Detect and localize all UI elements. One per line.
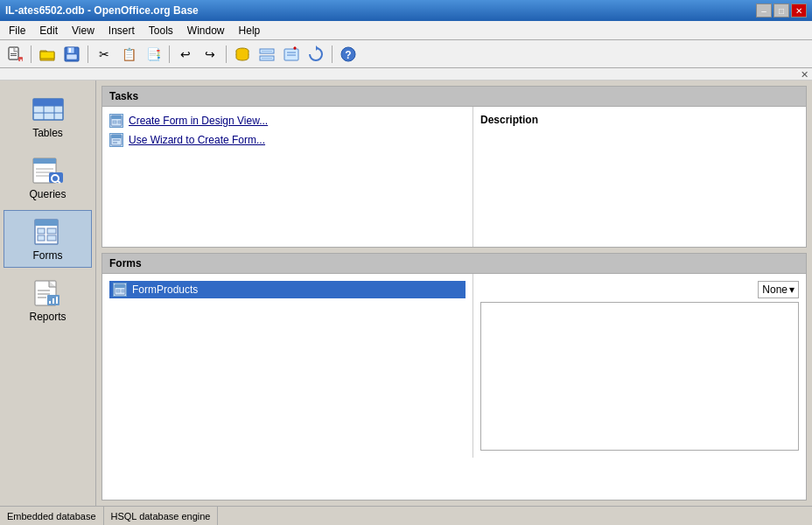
status-bar: Embedded database HSQL database engine (0, 506, 812, 525)
preview-dropdown[interactable]: None ▾ (758, 281, 799, 298)
preview-box (480, 302, 799, 451)
open-db-button[interactable] (231, 44, 254, 65)
tasks-header: Tasks (102, 87, 806, 107)
app-close-line[interactable]: ✕ (0, 68, 812, 80)
form-item-icon (113, 283, 127, 297)
menu-edit[interactable]: Edit (34, 23, 63, 38)
sidebar-item-queries[interactable]: Queries (4, 149, 92, 206)
menu-bar: File Edit View Insert Tools Window Help (0, 21, 812, 40)
menu-file[interactable]: File (4, 23, 31, 38)
menu-tools[interactable]: Tools (144, 23, 178, 38)
svg-rect-3 (10, 55, 17, 56)
svg-rect-49 (52, 298, 54, 304)
svg-text:?: ? (345, 49, 351, 61)
edit-db-button[interactable] (256, 44, 278, 65)
preview-none-row: None ▾ (480, 281, 799, 298)
svg-rect-38 (35, 220, 58, 226)
svg-rect-48 (49, 301, 51, 304)
task-create-design[interactable]: Create Form in Design View... (109, 114, 466, 128)
app-close-icon[interactable]: ✕ (801, 69, 808, 80)
title-bar: IL-ates6502.odb - OpenOffice.org Base – … (0, 0, 812, 21)
sidebar-forms-label: Forms (33, 249, 63, 262)
refresh-button[interactable] (304, 44, 327, 65)
preview-dropdown-arrow: ▾ (789, 284, 794, 296)
sidebar-item-reports[interactable]: Reports (4, 271, 92, 329)
svg-rect-39 (38, 228, 45, 234)
form-item-formproducts[interactable]: FormProducts (109, 281, 466, 298)
toolbar: ▼ ✂ 📋 📑 ↩ ↪ ? (0, 40, 812, 68)
menu-view[interactable]: View (66, 23, 100, 38)
svg-rect-9 (66, 54, 77, 60)
sidebar-item-tables[interactable]: Tables (4, 88, 92, 145)
reports-icon (31, 277, 66, 309)
create-form-design-icon (109, 114, 123, 128)
menu-insert[interactable]: Insert (103, 23, 140, 38)
svg-rect-62 (122, 290, 124, 292)
forms-list: FormProducts (102, 274, 473, 458)
sidebar-reports-label: Reports (29, 311, 66, 323)
svg-rect-50 (56, 297, 58, 304)
forms-header: Forms (102, 254, 806, 274)
content-area: Tasks Create Form in Design View... (96, 80, 812, 506)
maximize-button[interactable]: □ (774, 4, 789, 18)
description-area: Description (473, 107, 806, 247)
cut-button[interactable]: ✂ (93, 44, 116, 65)
tasks-body: Create Form in Design View... Use Wizard… (102, 107, 806, 247)
sidebar-item-forms[interactable]: Forms (4, 210, 92, 268)
window-title: IL-ates6502.odb - OpenOffice.org Base (5, 4, 199, 17)
toolbar-sep-2 (88, 46, 88, 63)
help-button[interactable]: ? (337, 44, 360, 65)
svg-rect-52 (111, 116, 122, 119)
status-embedded: Embedded database (0, 507, 104, 525)
toolbar-sep-1 (31, 46, 32, 63)
redo-button[interactable]: ↪ (199, 44, 221, 65)
svg-rect-28 (33, 99, 63, 106)
task-create-design-label: Create Form in Design View... (129, 115, 268, 127)
toolbar-sep-4 (226, 46, 227, 63)
svg-rect-40 (38, 235, 45, 241)
form-item-label: FormProducts (132, 284, 198, 296)
new-button[interactable]: ▼ (4, 44, 26, 65)
svg-rect-2 (10, 53, 17, 54)
menu-help[interactable]: Help (234, 23, 266, 38)
window-controls: – □ ✕ (756, 4, 807, 18)
forms-icon (31, 216, 66, 248)
minimize-button[interactable]: – (756, 4, 772, 18)
status-hsql: HSQL database engine (104, 507, 219, 525)
preview-area: None ▾ (473, 274, 806, 458)
tasks-panel: Tasks Create Form in Design View... (102, 86, 807, 248)
menu-window[interactable]: Window (182, 23, 230, 38)
toolbar-sep-3 (169, 46, 170, 63)
status-extra (218, 507, 812, 525)
toolbar-sep-5 (332, 46, 332, 63)
preview-none-label: None (762, 284, 788, 296)
forms-panel: Forms FormProducts (102, 253, 807, 500)
svg-rect-61 (116, 290, 120, 292)
svg-text:▼: ▼ (19, 57, 24, 62)
svg-rect-30 (33, 158, 56, 164)
forms-body: FormProducts None ▾ (102, 274, 806, 458)
paste-button[interactable]: 📑 (142, 44, 164, 65)
svg-rect-8 (69, 48, 71, 52)
task-wizard-label: Use Wizard to Create Form... (129, 134, 265, 146)
create-form-wizard-icon (109, 133, 123, 147)
db-delete-button[interactable] (280, 44, 303, 65)
queries-icon (31, 155, 66, 186)
open-button[interactable] (36, 44, 59, 65)
svg-rect-60 (115, 284, 125, 288)
copy-button[interactable]: 📋 (117, 44, 140, 65)
svg-rect-42 (47, 235, 56, 241)
svg-marker-20 (316, 46, 318, 51)
task-wizard[interactable]: Use Wizard to Create Form... (109, 133, 466, 147)
sidebar-tables-label: Tables (32, 127, 63, 139)
svg-rect-54 (118, 121, 121, 123)
svg-rect-53 (113, 121, 116, 123)
main-layout: Tables Queries (0, 80, 812, 506)
close-button[interactable]: ✕ (791, 4, 807, 18)
sidebar: Tables Queries (0, 80, 96, 506)
description-title: Description (480, 114, 799, 126)
save-button[interactable] (60, 44, 83, 65)
svg-rect-56 (111, 135, 122, 138)
undo-button[interactable]: ↩ (174, 44, 197, 65)
svg-rect-41 (47, 228, 56, 234)
